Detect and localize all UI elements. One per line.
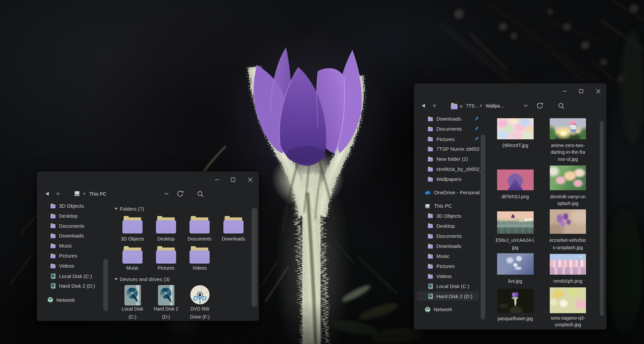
svg-text:Wallpa…: Wallpa… xyxy=(486,103,504,109)
svg-text:«: « xyxy=(460,103,463,109)
svg-text:This PC: This PC xyxy=(89,191,107,197)
svg-text:7TS…: 7TS… xyxy=(466,103,479,109)
